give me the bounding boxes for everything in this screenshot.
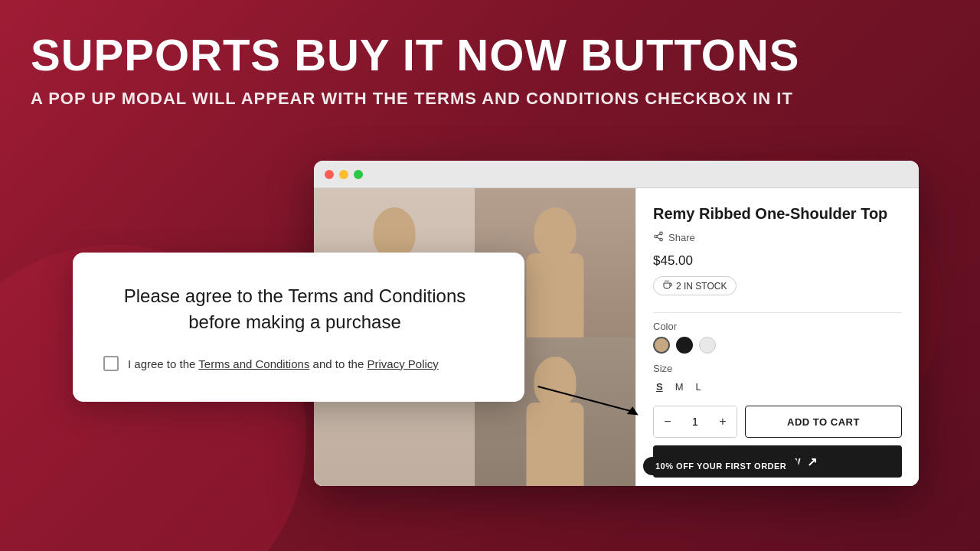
product-details: Remy Ribbed One-Shoulder Top Share $45.0… (635, 188, 919, 486)
share-row: Share (653, 231, 902, 244)
main-title: SUPPORTS BUY IT NOW BUTTONS (31, 31, 949, 80)
sub-title: A POP UP MODAL WILL APPEAR WITH THE TERM… (31, 89, 949, 109)
svg-line-8 (538, 386, 636, 412)
quantity-row: − 1 + ADD TO CART (653, 406, 902, 438)
promo-label: 10% OFF YOUR FIRST ORDER (655, 461, 786, 471)
svg-point-1 (655, 235, 658, 238)
share-icon (653, 231, 664, 244)
divider-1 (653, 312, 902, 313)
stock-label: 2 IN STOCK (676, 281, 727, 292)
promo-bar: 10% OFF YOUR FIRST ORDER (643, 457, 799, 475)
svg-point-2 (660, 238, 663, 241)
browser-dot-yellow (339, 170, 348, 179)
color-swatch-black[interactable] (676, 337, 693, 354)
color-swatch-white[interactable] (699, 337, 716, 354)
stock-icon (663, 280, 672, 292)
size-m[interactable]: M (672, 379, 687, 395)
arrow (513, 375, 666, 421)
browser-bar (314, 161, 919, 188)
share-label[interactable]: Share (668, 232, 695, 243)
color-swatch-tan[interactable] (653, 337, 670, 354)
color-options (653, 337, 902, 354)
quantity-value: 1 (681, 416, 709, 428)
modal-checkbox-row: I agree to the Terms and Conditions and … (103, 356, 486, 371)
checkbox-connector: and to the (313, 357, 364, 370)
cursor-icon: ↗ (807, 455, 818, 469)
size-l[interactable]: L (693, 379, 704, 395)
modal-message: Please agree to the Terms and Conditions… (103, 283, 486, 334)
size-label: Size (653, 363, 902, 374)
browser-dot-red (325, 170, 334, 179)
browser-dot-green (354, 170, 363, 179)
privacy-link[interactable]: Privacy Policy (367, 357, 438, 370)
size-options: S M L (653, 379, 902, 395)
terms-checkbox[interactable] (103, 356, 119, 371)
stock-badge: 2 IN STOCK (653, 276, 737, 295)
add-to-cart-button[interactable]: ADD TO CART (745, 406, 902, 438)
terms-link[interactable]: Terms and Conditions (198, 357, 309, 370)
svg-line-4 (657, 234, 660, 236)
product-price: $45.00 (653, 253, 902, 269)
svg-line-3 (657, 237, 660, 239)
checkbox-label: I agree to the Terms and Conditions and … (128, 357, 439, 370)
color-label: Color (653, 321, 902, 332)
checkbox-prefix: I agree to the (128, 357, 195, 370)
header-section: SUPPORTS BUY IT NOW BUTTONS A POP UP MOD… (31, 31, 949, 109)
product-title: Remy Ribbed One-Shoulder Top (653, 204, 902, 223)
svg-point-0 (660, 232, 663, 235)
quantity-increase[interactable]: + (709, 406, 737, 438)
modal-popup: Please agree to the Terms and Conditions… (73, 253, 524, 402)
